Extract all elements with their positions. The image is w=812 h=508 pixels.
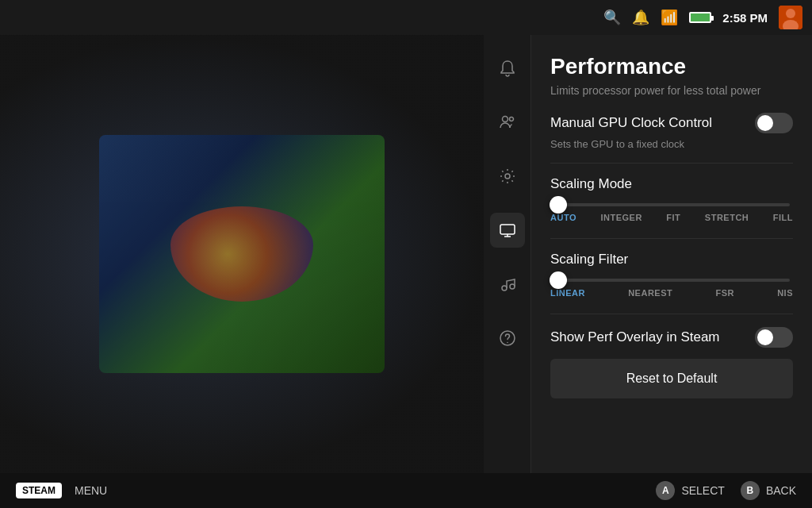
scaling-filter-slider-container xyxy=(550,279,793,282)
scaling-filter-labels: LINEAR NEAREST FSR NIS xyxy=(550,288,793,298)
main-panel: Performance Limits processor power for l… xyxy=(531,35,812,473)
scaling-filter-thumb[interactable] xyxy=(550,271,567,289)
signal-icon: 📶 xyxy=(661,9,678,26)
sidebar-item-display[interactable] xyxy=(490,213,525,248)
svg-point-8 xyxy=(510,284,515,289)
scaling-mode-section: Scaling Mode AUTO INTEGER FIT STRETCH FI… xyxy=(550,176,793,222)
divider-1 xyxy=(550,163,793,164)
sidebar xyxy=(484,35,531,473)
game-thumbnail xyxy=(99,135,385,373)
sidebar-item-help[interactable] xyxy=(490,321,525,356)
svg-point-10 xyxy=(507,342,508,344)
top-bar: 🔍 🔔 📶 2:58 PM xyxy=(0,0,812,35)
notification-icon[interactable]: 🔔 xyxy=(632,9,649,26)
scaling-filter-section: Scaling Filter LINEAR NEAREST FSR NIS xyxy=(550,252,793,298)
scaling-label-stretch: STRETCH xyxy=(705,213,749,222)
sidebar-item-notifications[interactable] xyxy=(490,51,525,86)
scaling-label-fit: FIT xyxy=(666,213,680,222)
select-action: A SELECT xyxy=(656,481,724,500)
divider-3 xyxy=(550,314,793,314)
filter-label-fsr: FSR xyxy=(715,288,734,298)
scaling-label-fill: FILL xyxy=(773,213,793,222)
perf-overlay-label: Show Perf Overlay in Steam xyxy=(550,329,720,345)
menu-label: MENU xyxy=(75,484,107,497)
manual-gpu-label: Manual GPU Clock Control xyxy=(550,115,712,131)
top-bar-icons: 🔍 🔔 📶 2:58 PM xyxy=(603,6,802,29)
svg-point-7 xyxy=(502,286,507,291)
bottom-actions: A SELECT B BACK xyxy=(656,481,796,500)
back-label: BACK xyxy=(766,484,796,497)
bottom-bar: STEAM MENU A SELECT B BACK xyxy=(0,473,812,508)
manual-gpu-row: Manual GPU Clock Control xyxy=(550,113,793,133)
manual-gpu-toggle[interactable] xyxy=(755,113,793,133)
clock: 2:58 PM xyxy=(722,11,768,25)
filter-label-linear: LINEAR xyxy=(550,288,585,298)
left-content-area xyxy=(0,35,484,473)
svg-point-3 xyxy=(502,117,508,122)
svg-point-1 xyxy=(786,9,795,18)
manual-gpu-sublabel: Sets the GPU to a fixed clock xyxy=(550,138,793,150)
sidebar-item-music[interactable] xyxy=(490,267,525,302)
scaling-filter-title: Scaling Filter xyxy=(550,252,793,267)
sidebar-item-settings[interactable] xyxy=(490,159,525,194)
scaling-label-integer: INTEGER xyxy=(600,213,642,222)
scaling-mode-track[interactable] xyxy=(553,203,790,206)
back-action: B BACK xyxy=(741,481,796,500)
svg-rect-6 xyxy=(500,225,515,234)
scaling-filter-track[interactable] xyxy=(553,279,790,282)
game-logo xyxy=(170,206,313,302)
toggle-thumb-2 xyxy=(757,329,773,345)
filter-label-nearest: NEAREST xyxy=(628,288,672,298)
battery-icon xyxy=(689,12,711,23)
scaling-mode-slider-container xyxy=(550,203,793,206)
a-badge: A xyxy=(656,481,675,500)
svg-point-4 xyxy=(509,117,513,121)
svg-point-5 xyxy=(505,174,510,179)
select-label: SELECT xyxy=(681,484,724,497)
b-badge: B xyxy=(741,481,760,500)
toggle-thumb xyxy=(757,115,773,131)
perf-overlay-toggle[interactable] xyxy=(755,327,793,348)
scaling-mode-thumb[interactable] xyxy=(550,196,567,214)
scaling-mode-labels: AUTO INTEGER FIT STRETCH FILL xyxy=(550,213,793,222)
filter-label-nis: NIS xyxy=(777,288,793,298)
background-blur xyxy=(0,35,484,473)
scaling-mode-title: Scaling Mode xyxy=(550,176,793,192)
page-title: Performance xyxy=(550,54,793,79)
scaling-label-auto: AUTO xyxy=(550,213,576,222)
steam-logo: STEAM xyxy=(16,483,62,498)
search-icon[interactable]: 🔍 xyxy=(603,9,621,26)
sidebar-item-friends[interactable] xyxy=(490,105,525,140)
reset-to-default-button[interactable]: Reset to Default xyxy=(550,359,793,398)
divider-2 xyxy=(550,238,793,239)
perf-overlay-row: Show Perf Overlay in Steam xyxy=(550,327,793,348)
page-subtitle: Limits processor power for less total po… xyxy=(550,84,793,97)
avatar[interactable] xyxy=(779,6,802,29)
